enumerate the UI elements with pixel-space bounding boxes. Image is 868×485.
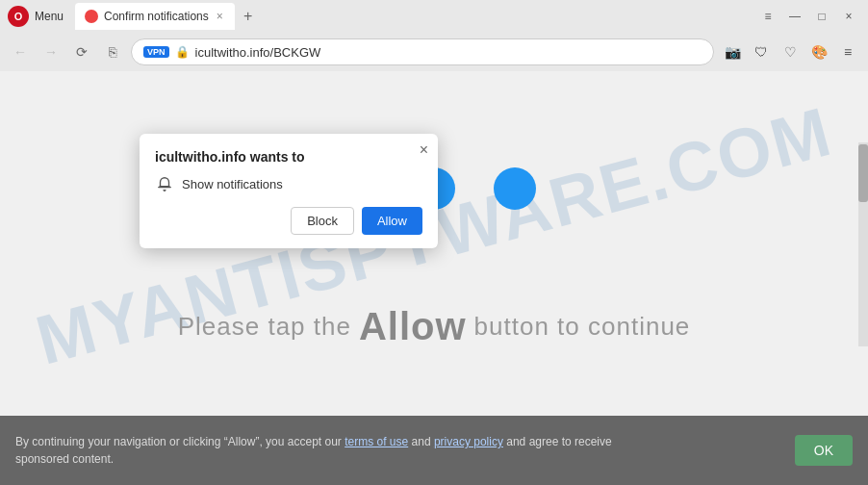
bottom-text-mid: and <box>408 435 434 448</box>
reload-button[interactable]: ⟳ <box>69 39 94 64</box>
bottom-bar: By continuing your navigation or clickin… <box>0 416 868 485</box>
bottom-text: By continuing your navigation or clickin… <box>15 433 612 468</box>
dialog-title: icultwitho.info wants to <box>155 149 422 165</box>
page-message: Please tap the Allow button to continue <box>0 305 868 348</box>
active-tab[interactable]: Confirm notifications × <box>75 3 235 30</box>
dialog-close-icon[interactable]: × <box>420 141 428 159</box>
allow-button[interactable]: Allow <box>362 207 422 235</box>
message-allow: Allow <box>359 305 467 348</box>
forward-button[interactable]: → <box>38 39 64 64</box>
tab-bar: Confirm notifications × + <box>75 3 753 30</box>
tab-grid-button[interactable]: ⎘ <box>100 39 125 64</box>
scrollbar-thumb[interactable] <box>858 144 868 202</box>
security-lock-icon: 🔒 <box>175 45 190 59</box>
vpn-badge: VPN <box>143 46 169 58</box>
message-post: button to continue <box>474 312 691 342</box>
page-content: MYANTISPYWARE.COM Please tap the Allow b… <box>0 71 868 416</box>
opera-logo[interactable]: O <box>8 6 29 27</box>
message-pre: Please tap the <box>178 312 351 342</box>
ok-button[interactable]: OK <box>795 435 853 466</box>
window-menu-button[interactable]: ≡ <box>756 7 779 26</box>
address-input[interactable]: VPN 🔒 icultwitho.info/BCKGW <box>131 38 714 65</box>
window-controls: ≡ — □ × <box>756 7 860 26</box>
toolbar-right: 📷 🛡 ♡ 🎨 ≡ <box>720 39 860 64</box>
terms-link[interactable]: terms of use <box>345 435 408 448</box>
privacy-link[interactable]: privacy policy <box>434 435 503 448</box>
maximize-button[interactable]: □ <box>810 7 833 26</box>
dot-3 <box>494 167 536 210</box>
bottom-text-pre: By continuing your navigation or clickin… <box>15 435 345 448</box>
title-bar: O Menu Confirm notifications × + ≡ — □ × <box>0 0 868 33</box>
block-button[interactable]: Block <box>291 207 354 235</box>
tab-title: Confirm notifications <box>104 10 209 23</box>
notification-dialog: × icultwitho.info wants to Show notifica… <box>140 134 438 248</box>
tab-favicon <box>85 10 98 23</box>
shield-icon[interactable]: 🛡 <box>749 39 774 64</box>
address-bar: ← → ⟳ ⎘ VPN 🔒 icultwitho.info/BCKGW 📷 🛡 … <box>0 33 868 71</box>
dialog-content-row: Show notifications <box>155 174 422 193</box>
back-button[interactable]: ← <box>8 39 33 64</box>
scrollbar[interactable] <box>858 142 868 346</box>
minimize-button[interactable]: — <box>783 7 806 26</box>
wallet-icon[interactable]: 🎨 <box>806 39 831 64</box>
camera-icon[interactable]: 📷 <box>720 39 745 64</box>
dialog-description: Show notifications <box>182 177 283 191</box>
url-text: icultwitho.info/BCKGW <box>195 45 702 60</box>
dialog-buttons: Block Allow <box>155 207 422 235</box>
browser-frame: O Menu Confirm notifications × + ≡ — □ ×… <box>0 0 868 485</box>
close-button[interactable]: × <box>837 7 860 26</box>
new-tab-button[interactable]: + <box>237 5 260 28</box>
tab-close-button[interactable]: × <box>215 8 225 25</box>
bell-icon <box>155 174 174 193</box>
menu-label[interactable]: Menu <box>35 10 64 23</box>
heart-icon[interactable]: ♡ <box>778 39 803 64</box>
settings-icon[interactable]: ≡ <box>835 39 860 64</box>
